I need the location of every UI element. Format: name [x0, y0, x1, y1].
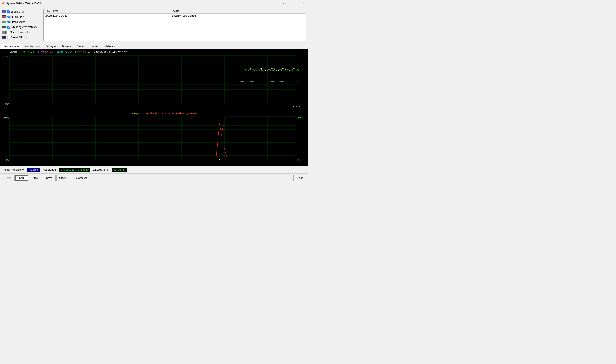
- tab-powers[interactable]: Powers: [59, 44, 74, 49]
- minimize-button[interactable]: ─: [278, 0, 288, 7]
- cache-icon: [2, 21, 6, 24]
- checkboxes-panel: Stress CPU Stress FPU Stress cache Stres…: [2, 9, 41, 41]
- disk-icon: [2, 31, 6, 34]
- tabs-bar: Temperatures Cooling Fans Voltages Power…: [0, 43, 308, 49]
- save-button[interactable]: Save: [43, 175, 56, 181]
- remaining-battery-value: AC Line: [27, 168, 40, 172]
- preferences-button[interactable]: Preferences: [71, 175, 90, 181]
- status-log: Date / Time Status 27.08.2024 8:10:42Sta…: [43, 9, 306, 41]
- maximize-button[interactable]: □: [288, 0, 298, 7]
- stress-cache-checkbox[interactable]: [7, 21, 10, 24]
- close-button[interactable]: Close: [293, 175, 306, 181]
- stress-disks-item: Stress local disks: [2, 30, 41, 35]
- cpu-usage-chart: [0, 110, 308, 166]
- bottom-statusbar: Remaining Battery: AC Line Test Started:…: [0, 166, 308, 173]
- clear-button[interactable]: Clear: [29, 175, 42, 181]
- stress-gpu-checkbox[interactable]: [7, 36, 10, 39]
- title-icon: 🔥: [2, 2, 5, 5]
- tab-cooling-fans[interactable]: Cooling Fans: [22, 44, 43, 49]
- log-row: 27.08.2024 8:10:42Stability Test: Starte…: [44, 14, 306, 18]
- col-status: Status: [170, 9, 306, 14]
- log-status: Stability Test: Started: [170, 14, 306, 18]
- tab-unified[interactable]: Unified: [88, 44, 101, 49]
- elapsed-time-value: 00:05:37: [112, 168, 127, 172]
- close-window-button[interactable]: ✕: [298, 0, 308, 7]
- window-controls: ─ □ ✕: [278, 0, 308, 7]
- stress-fpu-label: Stress FPU: [11, 15, 24, 18]
- test-started-label: Test Started:: [42, 168, 56, 171]
- stress-cache-item: Stress cache: [2, 20, 41, 24]
- start-button[interactable]: Start: [2, 175, 14, 181]
- cpuid-button[interactable]: CPUID: [56, 175, 70, 181]
- stress-fpu-item: Stress FPU: [2, 14, 41, 19]
- test-started-value: 27.08.2024 8:10:40: [59, 168, 90, 172]
- title-text: System Stability Test - AIDA64: [6, 2, 41, 5]
- stress-memory-item: Stress system memory: [2, 25, 41, 29]
- stress-gpu-label: Stress GPU(s): [11, 36, 27, 39]
- stress-cpu-label: Stress CPU: [11, 10, 24, 13]
- ram-icon: [2, 26, 6, 28]
- top-panel: Stress CPU Stress FPU Stress cache Stres…: [0, 7, 308, 43]
- stress-cache-label: Stress cache: [11, 21, 25, 24]
- tab-voltages[interactable]: Voltages: [44, 44, 59, 49]
- elapsed-time-label: Elapsed Time:: [93, 168, 109, 171]
- stress-cpu-item: Stress CPU: [2, 9, 41, 14]
- remaining-battery-label: Remaining Battery:: [2, 168, 24, 171]
- stop-button[interactable]: Stop: [15, 175, 28, 181]
- stress-disks-checkbox[interactable]: [6, 31, 9, 34]
- stress-cpu-checkbox[interactable]: [7, 11, 10, 13]
- charts-area: [0, 49, 308, 166]
- tab-statistics[interactable]: Statistics: [102, 44, 118, 49]
- titlebar: 🔥 System Stability Test - AIDA64 ─ □ ✕: [0, 0, 308, 7]
- stress-gpu-item: Stress GPU(s): [2, 35, 41, 40]
- gpu-icon: [2, 36, 6, 39]
- stress-memory-checkbox[interactable]: [7, 26, 10, 29]
- bottom-buttons: Start Stop Clear Save CPUID Preferences …: [0, 173, 308, 182]
- log-datetime: 27.08.2024 8:10:42: [44, 14, 170, 18]
- cpu-icon: [2, 10, 6, 13]
- main-container: Stress CPU Stress FPU Stress cache Stres…: [0, 7, 308, 182]
- fpu-icon: [2, 15, 6, 18]
- tab-temperatures[interactable]: Temperatures: [1, 44, 22, 49]
- tab-clocks[interactable]: Clocks: [74, 44, 87, 49]
- stress-disks-label: Stress local disks: [10, 31, 30, 34]
- col-datetime: Date / Time: [44, 9, 170, 14]
- stress-memory-label: Stress system memory: [11, 26, 37, 29]
- temperature-chart: [0, 49, 308, 110]
- stress-fpu-checkbox[interactable]: [7, 16, 10, 18]
